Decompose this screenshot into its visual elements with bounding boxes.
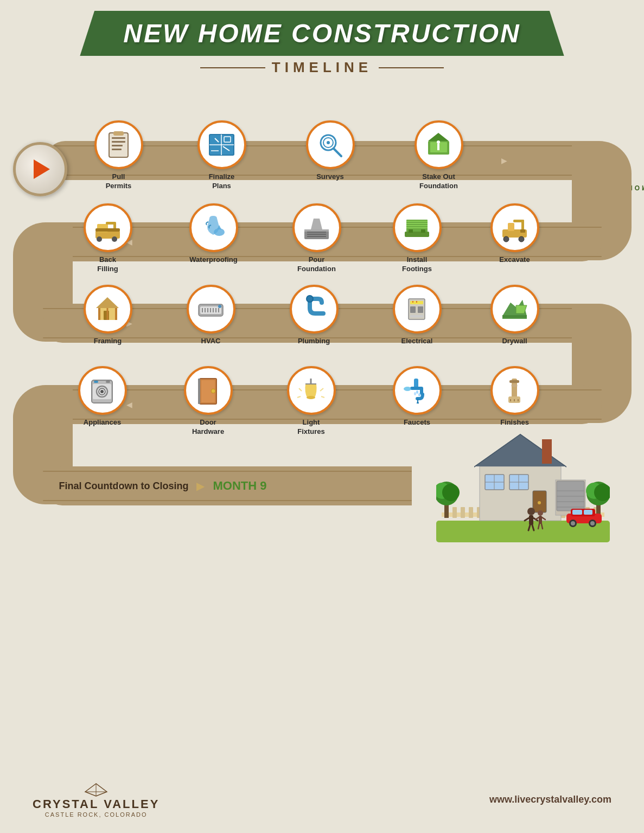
svg-rect-55	[115, 308, 117, 320]
svg-rect-54	[98, 308, 100, 320]
hvac-svg	[196, 294, 226, 324]
svg-rect-41	[307, 234, 326, 235]
svg-rect-109	[94, 381, 98, 383]
framing-svg	[93, 294, 123, 324]
framing-label: Framing	[94, 337, 122, 346]
step-door-hardware: DoorHardware	[184, 366, 233, 437]
install-footings-label: InstallFootings	[402, 255, 432, 274]
faucets-icon-circle	[393, 366, 442, 415]
svg-line-96	[297, 396, 301, 398]
stake-out-svg	[424, 130, 454, 160]
step-back-filling: BackFilling	[84, 203, 132, 274]
svg-rect-154	[584, 510, 592, 515]
svg-rect-36	[421, 229, 425, 233]
step-framing: Framing	[84, 285, 132, 346]
finalize-plans-svg	[207, 130, 237, 160]
framing-icon-circle	[84, 285, 132, 334]
subtitle-line-right	[379, 67, 444, 68]
logo-name: CRYSTAL VALLEY	[33, 797, 160, 811]
waterproofing-icon-circle	[189, 203, 238, 252]
door-hardware-icon-circle	[184, 366, 233, 415]
svg-line-16	[334, 149, 341, 156]
svg-line-97	[320, 388, 323, 391]
light-fixtures-label: LightFixtures	[297, 418, 325, 437]
svg-marker-51	[96, 297, 119, 308]
svg-rect-72	[410, 315, 423, 317]
countdown-arrow: ▶	[196, 479, 205, 492]
door-hardware-label: DoorHardware	[192, 418, 224, 437]
svg-rect-21	[437, 144, 439, 150]
step-pull-permits: PullPermits	[94, 120, 143, 191]
svg-rect-2	[112, 141, 125, 143]
hvac-icon-circle	[187, 285, 235, 334]
svg-point-89	[404, 387, 411, 391]
house-illustration	[436, 423, 610, 544]
svg-rect-116	[469, 507, 473, 518]
countdown-section: Final Countdown to Closing ▶ MONTH 9	[43, 466, 412, 505]
logo-sub: CASTLE ROCK, COLORADO	[45, 811, 148, 818]
road-arrow: ◀	[126, 400, 132, 409]
light-fixtures-svg	[296, 376, 326, 406]
svg-point-108	[100, 390, 104, 393]
back-filling-svg	[93, 213, 123, 243]
electrical-svg	[402, 294, 432, 324]
svg-rect-5	[113, 131, 124, 136]
svg-point-136	[538, 501, 541, 504]
svg-point-90	[416, 390, 418, 394]
svg-point-15	[327, 141, 330, 144]
svg-rect-153	[572, 510, 582, 515]
pour-foundation-label: PourFoundation	[297, 255, 336, 274]
footer: CRYSTAL VALLEY CASTLE ROCK, COLORADO www…	[0, 770, 644, 823]
svg-rect-35	[409, 229, 413, 233]
drywall-svg	[500, 294, 530, 324]
road-arrow: ▶	[501, 156, 507, 165]
svg-point-91	[418, 393, 420, 396]
svg-point-20	[437, 140, 440, 144]
hvac-label: HVAC	[201, 337, 221, 346]
house-svg	[436, 423, 610, 542]
door-hardware-svg	[193, 376, 223, 406]
banner: NEW HOME CONSTRUCTION	[80, 11, 564, 56]
svg-rect-30	[406, 221, 428, 222]
svg-rect-128	[542, 439, 552, 464]
subtitle-bar: TIMELINE	[0, 59, 644, 76]
install-footings-icon-circle	[393, 203, 442, 252]
svg-point-92	[414, 392, 416, 395]
stake-out-icon-circle	[415, 120, 463, 169]
svg-point-67	[307, 296, 313, 302]
drywall-icon-circle	[490, 285, 539, 334]
svg-marker-39	[311, 219, 322, 229]
drywall-label: Drywall	[502, 337, 527, 346]
svg-rect-33	[406, 227, 428, 228]
start-button[interactable]	[13, 142, 67, 196]
logo-icon	[80, 781, 112, 797]
svg-rect-42	[307, 236, 326, 237]
step-drywall: Drywall	[490, 285, 539, 346]
svg-rect-103	[198, 379, 200, 404]
pour-foundation-icon-circle	[292, 203, 341, 252]
step-stake-out: Stake OutFoundation	[415, 120, 463, 191]
step-hvac: HVAC	[187, 285, 235, 346]
faucets-label: Faucets	[404, 418, 430, 427]
svg-point-159	[527, 508, 535, 515]
excavate-icon-circle	[490, 203, 539, 252]
finishes-svg	[500, 376, 530, 406]
svg-point-165	[538, 510, 543, 516]
svg-point-66	[218, 305, 221, 308]
plumbing-icon-circle	[290, 285, 339, 334]
svg-rect-40	[307, 232, 326, 233]
svg-point-156	[571, 521, 575, 526]
step-finalize-plans: FinalizePlans	[197, 120, 246, 191]
svg-point-28	[519, 236, 524, 242]
step-faucets: Faucets	[393, 366, 442, 427]
svg-line-95	[299, 388, 302, 391]
svg-rect-50	[95, 228, 120, 232]
svg-rect-25	[521, 220, 524, 230]
svg-rect-1	[112, 137, 125, 139]
logo-section: CRYSTAL VALLEY CASTLE ROCK, COLORADO	[33, 781, 160, 818]
subtitle: TIMELINE	[272, 59, 372, 76]
svg-point-43	[214, 228, 225, 236]
back-filling-icon-circle	[84, 203, 132, 252]
step-appliances: Appliances	[78, 366, 127, 427]
header: NEW HOME CONSTRUCTION TIMELINE	[0, 0, 644, 76]
